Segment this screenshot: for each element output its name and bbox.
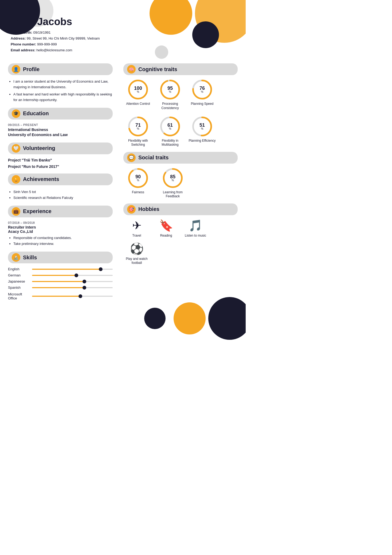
education-section-header: 🎓 Education: [8, 108, 113, 120]
skill-bar: [32, 281, 113, 282]
circle-container: 95%: [159, 79, 181, 100]
circle-value: 85%: [170, 174, 175, 182]
achievement-list: Sinh Vien 5 totScientific research at Re…: [8, 189, 113, 201]
info-dob: Date of birth: 09/19/1991: [11, 30, 235, 36]
circle-container: 100%: [127, 79, 149, 100]
exp-bullets: Responsible of contacting candidates.Tak…: [8, 235, 113, 247]
trait-item: 90% Fairness: [123, 167, 153, 199]
info-email: Email address: hello@kickresume.com: [11, 47, 235, 53]
circle-value: 95%: [167, 86, 173, 93]
skill-dot: [99, 267, 103, 271]
achievement-item: Sinh Vien 5 tot: [13, 189, 113, 195]
skill-row: Microsoft Office: [8, 292, 113, 300]
skill-row: Japaneese: [8, 279, 113, 283]
header: Irwin Jacobs Date of birth: 09/19/1991 A…: [0, 0, 246, 59]
social-traits-grid: 90% Fairness 85% Learning from Feedback: [123, 167, 238, 199]
hobby-label: Listen to music: [185, 234, 206, 238]
volunteering-content: Project "Trái Tim Đanko"Project "Run to …: [8, 158, 113, 169]
trait-label: Flexibility in Multitasking: [155, 139, 185, 147]
circle-value: 90%: [135, 174, 141, 182]
cognitive-title: Cognitive traits: [138, 66, 177, 72]
cognitive-section-header: 🧠 Cognitive traits: [123, 63, 238, 75]
cognitive-icon: 🧠: [127, 65, 136, 74]
hobby-item: 🔖 Reading: [153, 219, 179, 238]
bottom-deco: [0, 308, 246, 329]
hobbies-section-header: 🎯 Hobbies: [123, 203, 238, 215]
info-address: Address: 99, Street 99, Ho Chi Minh City…: [11, 36, 235, 41]
volunteering-section-header: 🤍 Volunteering: [8, 142, 113, 154]
skills-content: English German Japaneese Spanish Microso…: [8, 267, 113, 300]
skill-row: Spanish: [8, 286, 113, 290]
language-skills: English German Japaneese Spanish: [8, 267, 113, 290]
circle-container: 85%: [162, 167, 183, 189]
trait-label: Learning from Feedback: [158, 190, 187, 199]
skill-bar: [32, 296, 113, 297]
hobby-label: Reading: [160, 234, 172, 238]
experience-section-header: 💼 Experience: [8, 206, 113, 217]
hobby-item: ⚽ Play and watch football: [123, 242, 150, 265]
deco-bottom-1: [144, 308, 166, 329]
experience-icon: 💼: [12, 207, 20, 216]
skills-section-header: 🔬 Skills: [8, 252, 113, 263]
skills-title: Skills: [23, 255, 37, 261]
hobbies-icon: 🎯: [127, 205, 136, 214]
profile-icon: 👤: [12, 65, 20, 74]
vol-item: Project "Run to Future 2017": [8, 164, 113, 169]
circle-container: 51%: [191, 116, 213, 137]
trait-item: 85% Learning from Feedback: [158, 167, 187, 199]
skill-fill: [32, 275, 76, 276]
circle-container: 76%: [191, 79, 213, 100]
education-content: 09/2015 – PRESENT International Business…: [8, 123, 113, 138]
education-title: Education: [23, 110, 49, 117]
skill-name: German: [8, 273, 32, 277]
social-title: Social traits: [138, 155, 168, 161]
skills-icon: 🔬: [12, 253, 20, 262]
profile-title: Profile: [23, 66, 40, 72]
circle-value: 71%: [135, 123, 141, 130]
social-section-header: 💬 Social traits: [123, 152, 238, 164]
skill-row: English: [8, 267, 113, 271]
hobby-icon: 🔖: [159, 219, 173, 232]
achievements-section-header: 🏆 Achievements: [8, 174, 113, 185]
hobby-icon: ⚽: [130, 242, 144, 255]
achievements-title: Achievements: [23, 176, 59, 182]
profile-bullet: I am a senior student at the University …: [13, 79, 113, 90]
skill-dot: [79, 294, 82, 298]
social-icon: 💬: [127, 153, 136, 162]
skill-bar: [32, 287, 113, 288]
skill-name: Japaneese: [8, 279, 32, 283]
hobby-item: ✈ Travel: [123, 219, 150, 238]
achievements-icon: 🏆: [12, 175, 20, 184]
skill-name: English: [8, 267, 32, 271]
skill-dot: [83, 280, 86, 283]
trait-item: 71% Flexibility with Switching: [123, 116, 153, 147]
trait-label: Attention Control: [126, 102, 150, 106]
skill-fill: [32, 269, 101, 270]
main-content: 👤 Profile I am a senior student at the U…: [0, 59, 246, 302]
circle-value: 100%: [134, 86, 142, 93]
hobby-label: Travel: [132, 234, 141, 238]
circle-container: 71%: [127, 116, 149, 137]
hobby-label: Play and watch football: [123, 257, 150, 265]
hobbies-grid: ✈ Travel 🔖 Reading 🎵 Listen to music ⚽ P…: [123, 219, 238, 265]
hobby-item: 🎵 Listen to music: [182, 219, 209, 238]
exp-company: Acacy Co.,Ltd: [8, 229, 113, 234]
volunteering-icon: 🤍: [12, 144, 20, 153]
skill-dot: [83, 286, 86, 290]
trait-item: 51% Planning Efficiency: [187, 116, 217, 147]
skill-fill: [32, 287, 84, 288]
skill-fill: [32, 281, 84, 282]
circle-container: 90%: [127, 167, 149, 189]
trait-label: Fairness: [132, 190, 144, 195]
experience-title: Experience: [23, 208, 52, 214]
candidate-name: Irwin Jacobs: [11, 16, 235, 28]
skill-name: Spanish: [8, 286, 32, 290]
exp-job-title: Recruiter Intern: [8, 225, 113, 229]
skill-fill: [32, 296, 80, 297]
trait-label: Processing Consistency: [155, 102, 185, 110]
trait-item: 95% Processing Consistency: [155, 79, 185, 110]
trait-item: 76% Planning Speed: [187, 79, 217, 110]
skill-row: German: [8, 273, 113, 277]
skill-dot: [75, 273, 78, 277]
achievement-item: Scientific research at Relations Falcuty: [13, 195, 113, 201]
